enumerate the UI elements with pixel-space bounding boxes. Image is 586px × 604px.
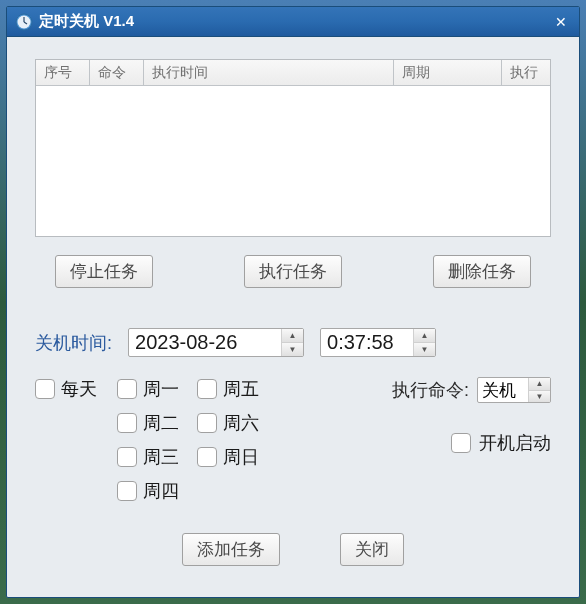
command-select[interactable] bbox=[478, 378, 528, 402]
thu-label: 周四 bbox=[143, 479, 179, 503]
stop-task-button[interactable]: 停止任务 bbox=[55, 255, 153, 288]
command-spinner: ▲ ▼ bbox=[528, 378, 550, 402]
close-button[interactable]: 关闭 bbox=[340, 533, 404, 566]
fri-checkbox[interactable] bbox=[197, 379, 217, 399]
time-input-wrap: ▲ ▼ bbox=[320, 328, 436, 357]
close-icon[interactable]: ✕ bbox=[551, 12, 571, 32]
clock-icon bbox=[15, 13, 33, 31]
mon-checkbox[interactable] bbox=[117, 379, 137, 399]
bottom-buttons-row: 添加任务 关闭 bbox=[35, 533, 551, 566]
right-column: 执行命令: ▲ ▼ 开机启动 bbox=[392, 377, 551, 455]
mon-label: 周一 bbox=[143, 377, 179, 401]
wed-label: 周三 bbox=[143, 445, 179, 469]
date-up-button[interactable]: ▲ bbox=[282, 329, 303, 343]
tue-label: 周二 bbox=[143, 411, 179, 435]
time-down-button[interactable]: ▼ bbox=[414, 343, 435, 356]
main-window: 定时关机 V1.4 ✕ 序号 命令 执行时间 周期 执行 停止任务 执行任务 删… bbox=[6, 6, 580, 598]
table-header: 序号 命令 执行时间 周期 执行 bbox=[36, 60, 550, 86]
command-select-wrap: ▲ ▼ bbox=[477, 377, 551, 403]
shutdown-time-row: 关机时间: ▲ ▼ ▲ ▼ bbox=[35, 328, 551, 357]
time-spinner: ▲ ▼ bbox=[413, 329, 435, 356]
everyday-label: 每天 bbox=[61, 377, 97, 401]
sun-checkbox[interactable] bbox=[197, 447, 217, 467]
th-exec[interactable]: 执行 bbox=[502, 60, 550, 85]
tue-wrap: 周二 bbox=[117, 411, 179, 435]
th-period[interactable]: 周期 bbox=[394, 60, 502, 85]
table-body[interactable] bbox=[36, 86, 550, 236]
cmd-down-button[interactable]: ▼ bbox=[529, 391, 550, 403]
content-area: 序号 命令 执行时间 周期 执行 停止任务 执行任务 删除任务 关机时间: ▲ … bbox=[7, 37, 579, 597]
wed-wrap: 周三 bbox=[117, 445, 179, 469]
everyday-checkbox[interactable] bbox=[35, 379, 55, 399]
wed-checkbox[interactable] bbox=[117, 447, 137, 467]
tue-checkbox[interactable] bbox=[117, 413, 137, 433]
time-up-button[interactable]: ▲ bbox=[414, 329, 435, 343]
execute-task-button[interactable]: 执行任务 bbox=[244, 255, 342, 288]
everyday-wrap: 每天 bbox=[35, 377, 97, 401]
sun-wrap: 周日 bbox=[197, 445, 259, 469]
thu-checkbox[interactable] bbox=[117, 481, 137, 501]
weekday-col-1: 周一 周二 周三 周四 bbox=[117, 377, 179, 503]
sat-checkbox[interactable] bbox=[197, 413, 217, 433]
delete-task-button[interactable]: 删除任务 bbox=[433, 255, 531, 288]
titlebar[interactable]: 定时关机 V1.4 ✕ bbox=[7, 7, 579, 37]
date-down-button[interactable]: ▼ bbox=[282, 343, 303, 356]
sun-label: 周日 bbox=[223, 445, 259, 469]
sat-wrap: 周六 bbox=[197, 411, 259, 435]
days-section: 每天 周一 周二 周三 bbox=[35, 377, 551, 503]
fri-wrap: 周五 bbox=[197, 377, 259, 401]
startup-wrap: 开机启动 bbox=[392, 431, 551, 455]
task-table[interactable]: 序号 命令 执行时间 周期 执行 bbox=[35, 59, 551, 237]
date-input-wrap: ▲ ▼ bbox=[128, 328, 304, 357]
startup-checkbox[interactable] bbox=[451, 433, 471, 453]
fri-label: 周五 bbox=[223, 377, 259, 401]
add-task-button[interactable]: 添加任务 bbox=[182, 533, 280, 566]
th-time[interactable]: 执行时间 bbox=[144, 60, 394, 85]
weekday-col-2: 周五 周六 周日 bbox=[197, 377, 259, 503]
window-title: 定时关机 V1.4 bbox=[39, 12, 551, 31]
shutdown-time-label: 关机时间: bbox=[35, 331, 112, 355]
date-spinner: ▲ ▼ bbox=[281, 329, 303, 356]
exec-cmd-label: 执行命令: bbox=[392, 378, 469, 402]
mon-wrap: 周一 bbox=[117, 377, 179, 401]
th-seq[interactable]: 序号 bbox=[36, 60, 90, 85]
th-cmd[interactable]: 命令 bbox=[90, 60, 144, 85]
exec-cmd-row: 执行命令: ▲ ▼ bbox=[392, 377, 551, 403]
weekday-columns: 周一 周二 周三 周四 bbox=[117, 377, 259, 503]
sat-label: 周六 bbox=[223, 411, 259, 435]
cmd-up-button[interactable]: ▲ bbox=[529, 378, 550, 391]
thu-wrap: 周四 bbox=[117, 479, 179, 503]
date-input[interactable] bbox=[129, 329, 281, 356]
startup-label: 开机启动 bbox=[479, 431, 551, 455]
time-input[interactable] bbox=[321, 329, 413, 356]
task-buttons-row: 停止任务 执行任务 删除任务 bbox=[35, 255, 551, 288]
